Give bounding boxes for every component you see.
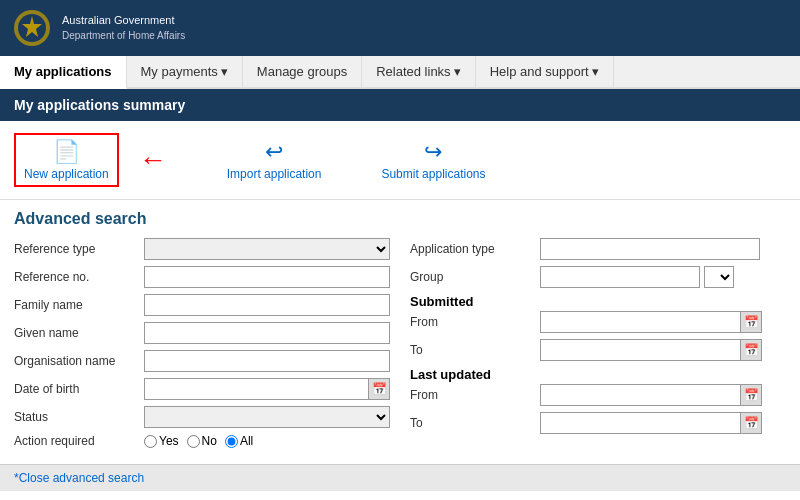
chevron-down-icon: ▾ xyxy=(592,64,599,79)
submit-apps-label: Submit applications xyxy=(381,167,485,181)
reference-type-select[interactable] xyxy=(144,238,390,260)
advanced-search-title: Advanced search xyxy=(14,210,786,228)
submitted-to-label: To xyxy=(410,343,540,357)
dob-input[interactable] xyxy=(144,378,368,400)
dob-calendar-icon[interactable]: 📅 xyxy=(368,378,390,400)
last-updated-to-label: To xyxy=(410,416,540,430)
new-app-label: New application xyxy=(24,167,109,181)
page-header: Australian Government Department of Home… xyxy=(0,0,800,56)
nav-item-related-links[interactable]: Related links ▾ xyxy=(362,56,475,87)
action-required-no[interactable]: No xyxy=(187,434,217,448)
given-name-input[interactable] xyxy=(144,322,390,344)
family-name-label: Family name xyxy=(14,298,144,312)
org-name-row: Organisation name xyxy=(14,350,390,372)
group-input[interactable] xyxy=(540,266,700,288)
org-name-input[interactable] xyxy=(144,350,390,372)
submitted-to-row: To 📅 xyxy=(410,339,786,361)
action-required-all[interactable]: All xyxy=(225,434,253,448)
last-updated-header: Last updated xyxy=(410,367,786,382)
action-required-row: Action required Yes No All xyxy=(14,434,390,448)
group-select-wrap xyxy=(540,266,734,288)
dept-name: Department of Home Affairs xyxy=(62,29,185,43)
chevron-down-icon: ▾ xyxy=(221,64,228,79)
submitted-from-input[interactable] xyxy=(540,311,740,333)
reference-no-row: Reference no. xyxy=(14,266,390,288)
action-row: 📄 New application ← ↩ Import application… xyxy=(0,121,800,200)
submitted-from-label: From xyxy=(410,315,540,329)
given-name-label: Given name xyxy=(14,326,144,340)
reference-type-label: Reference type xyxy=(14,242,144,256)
last-updated-from-row: From 📅 xyxy=(410,384,786,406)
status-label: Status xyxy=(14,410,144,424)
status-row: Status xyxy=(14,406,390,428)
submitted-to-input[interactable] xyxy=(540,339,740,361)
chevron-down-icon: ▾ xyxy=(454,64,461,79)
gov-logo xyxy=(12,8,52,48)
status-select[interactable] xyxy=(144,406,390,428)
submit-icon: ↪ xyxy=(424,139,442,165)
submit-applications-button[interactable]: ↪ Submit applications xyxy=(381,139,485,181)
reference-no-input[interactable] xyxy=(144,266,390,288)
new-application-button[interactable]: 📄 New application xyxy=(14,133,119,187)
close-advanced-search-link[interactable]: *Close advanced search xyxy=(14,471,144,485)
last-updated-from-label: From xyxy=(410,388,540,402)
main-content: My applications summary 📄 New applicatio… xyxy=(0,89,800,500)
submitted-from-calendar-icon[interactable]: 📅 xyxy=(740,311,762,333)
action-required-yes[interactable]: Yes xyxy=(144,434,179,448)
last-updated-to-row: To 📅 xyxy=(410,412,786,434)
new-doc-icon: 📄 xyxy=(53,139,80,165)
dob-row: Date of birth 📅 xyxy=(14,378,390,400)
last-updated-from-input[interactable] xyxy=(540,384,740,406)
app-type-label: Application type xyxy=(410,242,540,256)
submitted-to-wrap: 📅 xyxy=(540,339,762,361)
last-updated-from-calendar-icon[interactable]: 📅 xyxy=(740,384,762,406)
app-type-input[interactable] xyxy=(540,238,760,260)
dob-label: Date of birth xyxy=(14,382,144,396)
action-required-yes-radio[interactable] xyxy=(144,435,157,448)
last-updated-to-wrap: 📅 xyxy=(540,412,762,434)
group-dropdown[interactable] xyxy=(704,266,734,288)
header-text: Australian Government Department of Home… xyxy=(62,13,185,42)
app-type-row: Application type xyxy=(410,238,786,260)
close-advanced-search-bar: *Close advanced search xyxy=(0,464,800,491)
red-arrow-indicator: ← xyxy=(139,144,167,176)
family-name-row: Family name xyxy=(14,294,390,316)
last-updated-from-wrap: 📅 xyxy=(540,384,762,406)
group-label: Group xyxy=(410,270,540,284)
reference-type-row: Reference type xyxy=(14,238,390,260)
gov-name: Australian Government xyxy=(62,13,185,28)
submitted-header: Submitted xyxy=(410,294,786,309)
nav-item-my-payments[interactable]: My payments ▾ xyxy=(127,56,243,87)
main-nav: My applications My payments ▾ Manage gro… xyxy=(0,56,800,89)
last-updated-label: Last updated xyxy=(410,367,491,382)
submitted-to-calendar-icon[interactable]: 📅 xyxy=(740,339,762,361)
submitted-label: Submitted xyxy=(410,294,474,309)
import-application-button[interactable]: ↩ Import application xyxy=(227,139,322,181)
last-updated-to-input[interactable] xyxy=(540,412,740,434)
import-app-label: Import application xyxy=(227,167,322,181)
family-name-input[interactable] xyxy=(144,294,390,316)
action-required-all-radio[interactable] xyxy=(225,435,238,448)
last-updated-to-calendar-icon[interactable]: 📅 xyxy=(740,412,762,434)
action-required-radio-group: Yes No All xyxy=(144,434,253,448)
summary-title: My applications summary xyxy=(14,97,185,113)
submitted-from-wrap: 📅 xyxy=(540,311,762,333)
reference-no-label: Reference no. xyxy=(14,270,144,284)
given-name-row: Given name xyxy=(14,322,390,344)
nav-item-manage-groups[interactable]: Manage groups xyxy=(243,56,362,87)
advanced-search-section: Advanced search Reference type Reference… xyxy=(0,200,800,464)
import-icon: ↩ xyxy=(265,139,283,165)
nav-item-help[interactable]: Help and support ▾ xyxy=(476,56,614,87)
org-name-label: Organisation name xyxy=(14,354,144,368)
group-row: Group xyxy=(410,266,786,288)
submitted-from-row: From 📅 xyxy=(410,311,786,333)
summary-bar: My applications summary xyxy=(0,89,800,121)
search-left-column: Reference type Reference no. Family name… xyxy=(14,238,390,454)
list-section: List of applications Sort by Last update… xyxy=(0,491,800,500)
nav-item-my-applications[interactable]: My applications xyxy=(0,56,127,89)
action-required-no-radio[interactable] xyxy=(187,435,200,448)
search-right-column: Application type Group Submitted From xyxy=(410,238,786,454)
action-required-label: Action required xyxy=(14,434,144,448)
